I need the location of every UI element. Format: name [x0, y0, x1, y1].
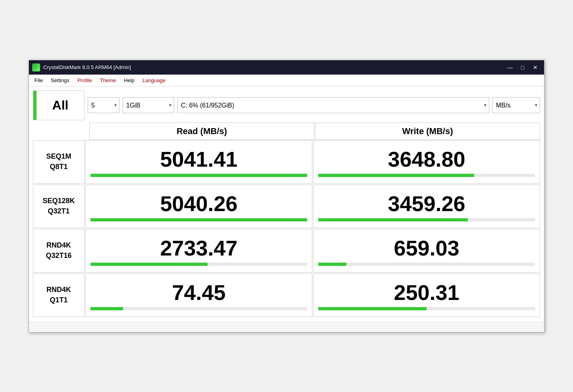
data-grid: SEQ1M Q8T1 5041.41 3648.80: [29, 140, 544, 322]
read-value: 5040.26: [160, 193, 237, 214]
table-row: RND4K Q32T16 2733.47 659.03: [33, 229, 540, 273]
app-window: CrystalDiskMark 8.0.5 ARM64 [Admin] — □ …: [29, 60, 544, 332]
table-row: SEQ1M Q8T1 5041.41 3648.80: [33, 140, 540, 184]
write-value: 3648.80: [388, 148, 465, 170]
write-cell: 3648.80: [313, 140, 540, 184]
write-cell: 250.31: [313, 273, 540, 317]
write-bar: [318, 263, 346, 266]
write-bar: [318, 307, 427, 310]
runs-selector[interactable]: 5 1 3 9: [88, 97, 119, 113]
write-cell: 659.03: [313, 229, 540, 273]
row-label: RND4K Q1T1: [33, 273, 85, 317]
maximize-button[interactable]: □: [517, 63, 528, 72]
all-label: All: [52, 98, 69, 113]
unit-select[interactable]: MB/s GB/s IOPS: [496, 102, 519, 109]
menubar: File Settings Profile Theme Help Languag…: [29, 75, 544, 86]
write-value: 3459.26: [388, 193, 465, 214]
header-spacer: [33, 123, 88, 140]
read-cell: 2733.47: [85, 229, 312, 273]
accent-bar: [33, 91, 37, 120]
write-value: 250.31: [394, 282, 459, 303]
write-cell: 3459.26: [313, 184, 540, 228]
window-title: CrystalDiskMark 8.0.5 ARM64 [Admin]: [43, 64, 504, 70]
menu-theme[interactable]: Theme: [96, 76, 120, 85]
write-value: 659.03: [394, 237, 459, 259]
read-bar: [90, 263, 208, 266]
read-value: 2733.47: [160, 237, 237, 259]
drive-select[interactable]: C: 6% (61/952GiB): [181, 102, 486, 109]
read-cell: 74.45: [85, 273, 312, 317]
row-cells: 2733.47 659.03: [85, 229, 540, 273]
read-cell: 5041.41: [85, 140, 312, 184]
titlebar: CrystalDiskMark 8.0.5 ARM64 [Admin] — □ …: [29, 60, 544, 75]
write-bar-container: [318, 263, 535, 266]
menu-language[interactable]: Language: [138, 76, 169, 85]
statusbar: [29, 322, 544, 332]
minimize-button[interactable]: —: [504, 63, 515, 72]
app-icon: [32, 63, 40, 71]
read-bar-container: [90, 174, 307, 177]
read-bar-container: [90, 218, 307, 221]
write-bar-container: [318, 307, 535, 310]
write-bar: [318, 174, 474, 177]
row-cells: 5041.41 3648.80: [85, 140, 540, 184]
menu-help[interactable]: Help: [120, 76, 138, 85]
read-bar: [90, 218, 307, 221]
row-cells: 5040.26 3459.26: [85, 184, 540, 228]
drive-selector[interactable]: C: 6% (61/952GiB): [177, 97, 489, 113]
row-label: SEQ128K Q32T1: [33, 184, 85, 228]
read-bar: [90, 307, 123, 310]
write-bar: [318, 218, 468, 221]
all-button[interactable]: All: [33, 90, 85, 120]
menu-profile[interactable]: Profile: [73, 76, 96, 85]
column-headers: Read (MB/s) Write (MB/s): [29, 123, 544, 140]
row-cells: 74.45 250.31: [85, 273, 540, 317]
header-cells: Read (MB/s) Write (MB/s): [89, 123, 540, 140]
read-value: 5041.41: [160, 148, 237, 170]
write-bar-container: [318, 174, 535, 177]
runs-select[interactable]: 5 1 3 9: [91, 102, 103, 109]
table-row: RND4K Q1T1 74.45 250.31: [33, 273, 540, 317]
window-controls: — □ ✕: [504, 63, 541, 72]
size-selector[interactable]: 1GiB 512MiB 2GiB 4GiB: [123, 97, 174, 113]
read-value: 74.45: [172, 282, 225, 303]
menu-settings[interactable]: Settings: [47, 76, 73, 85]
write-header: Write (MB/s): [315, 123, 540, 140]
read-header: Read (MB/s): [89, 123, 314, 140]
row-label: RND4K Q32T16: [33, 229, 85, 273]
unit-selector[interactable]: MB/s GB/s IOPS: [492, 97, 540, 113]
read-bar-container: [90, 307, 307, 310]
close-button[interactable]: ✕: [530, 63, 541, 72]
read-cell: 5040.26: [85, 184, 312, 228]
size-select[interactable]: 1GiB 512MiB 2GiB 4GiB: [126, 102, 156, 109]
read-bar: [90, 174, 307, 177]
menu-file[interactable]: File: [31, 76, 47, 85]
table-row: SEQ128K Q32T1 5040.26 3459.26: [33, 184, 540, 228]
write-bar-container: [318, 218, 535, 221]
row-label: SEQ1M Q8T1: [33, 140, 85, 184]
read-bar-container: [90, 263, 307, 266]
